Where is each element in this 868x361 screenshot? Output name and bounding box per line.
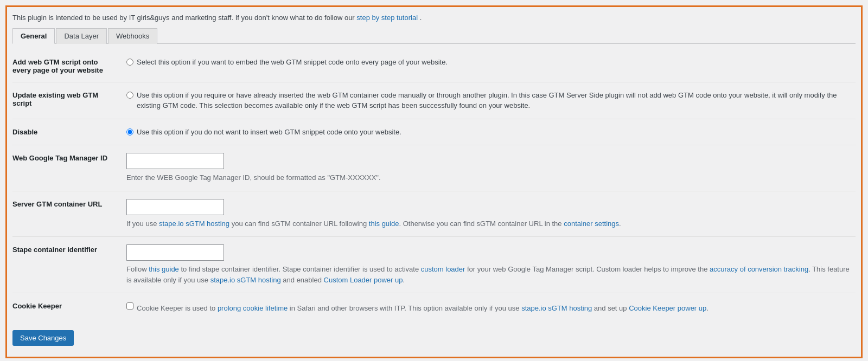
tab-bar: General Data Layer Webhooks [12,28,856,44]
stape-hosting-link-1[interactable]: stape.io sGTM hosting [159,220,229,228]
label-server-gtm-url: Server GTM container URL [12,199,126,208]
input-web-gtm-id[interactable] [126,153,224,169]
label-web-gtm-id: Web Google Tag Manager ID [12,153,126,162]
helper-cookie-keeper: Cookie Keeper is used to prolong cookie … [137,303,709,314]
setting-stape-container: Stape container identifier Follow this g… [12,237,856,293]
stape-hosting-link-3[interactable]: stape.io sGTM hosting [521,304,592,312]
prolong-cookie-link[interactable]: prolong cookie lifetime [218,304,288,312]
setting-server-gtm-url: Server GTM container URL If you use stap… [12,191,856,237]
setting-cookie-keeper: Cookie Keeper Cookie Keeper is used to p… [12,293,856,321]
radio-disable[interactable] [126,128,133,136]
radio-update-existing[interactable] [126,92,133,99]
content-server-gtm-url: If you use stape.io sGTM hosting you can… [126,199,856,229]
radio-disable-label: Use this option if you do not want to in… [137,127,401,138]
container-settings-link[interactable]: container settings [564,220,619,228]
content-update-existing: Use this option if you require or have a… [126,90,856,111]
checkbox-cookie-keeper[interactable] [126,302,133,310]
content-web-gtm-id: Enter the WEB Google Tag Manager ID, sho… [126,153,856,183]
setting-disable: Disable Use this option if you do not wa… [12,119,856,146]
setting-add-web-gtm: Add web GTM script onto every page of yo… [12,49,856,82]
setting-web-gtm-id: Web Google Tag Manager ID Enter the WEB … [12,145,856,191]
radio-add-web-gtm-label: Select this option if you want to embed … [137,57,448,68]
label-add-web-gtm: Add web GTM script onto every page of yo… [12,57,126,74]
label-disable: Disable [12,127,126,136]
label-cookie-keeper: Cookie Keeper [12,301,126,310]
this-guide-link-1[interactable]: this guide [369,220,399,228]
radio-update-existing-row: Use this option if you require or have a… [126,90,856,111]
stape-hosting-link-2[interactable]: stape.io sGTM hosting [210,276,281,284]
content-stape-container: Follow this guide to find stape containe… [126,244,856,285]
input-server-gtm-url[interactable] [126,199,224,215]
save-changes-button[interactable]: Save Changes [12,330,74,346]
content-disable: Use this option if you do not want to in… [126,127,856,138]
tab-webhooks[interactable]: Webhooks [108,28,157,44]
custom-loader-link[interactable]: custom loader [421,265,465,273]
tab-data-layer[interactable]: Data Layer [56,28,107,44]
tab-general[interactable]: General [12,28,55,44]
content-cookie-keeper: Cookie Keeper is used to prolong cookie … [126,301,856,314]
checkbox-cookie-keeper-row: Cookie Keeper is used to prolong cookie … [126,301,856,314]
notice-text: This plugin is intended to be used by IT… [12,14,356,22]
tutorial-link[interactable]: step by step tutorial [356,14,418,22]
radio-update-existing-label: Use this option if you require or have a… [137,90,856,111]
label-update-existing: Update existing web GTM script [12,90,126,107]
radio-add-web-gtm-row: Select this option if you want to embed … [126,57,856,68]
radio-disable-row: Use this option if you do not want to in… [126,127,856,138]
notice-bar: This plugin is intended to be used by IT… [12,12,856,23]
custom-loader-power-link[interactable]: Custom Loader power up [324,276,403,284]
helper-web-gtm-id: Enter the WEB Google Tag Manager ID, sho… [126,172,856,183]
settings-area: Add web GTM script onto every page of yo… [12,44,856,351]
helper-stape-container: Follow this guide to find stape containe… [126,264,856,285]
setting-update-existing: Update existing web GTM script Use this … [12,82,856,119]
cookie-keeper-power-link[interactable]: Cookie Keeper power up [629,304,706,312]
plugin-container: This plugin is intended to be used by IT… [5,5,863,358]
accuracy-link[interactable]: accuracy of conversion tracking [710,265,808,273]
label-stape-container: Stape container identifier [12,244,126,254]
this-guide-link-2[interactable]: this guide [149,265,179,273]
helper-server-gtm-url: If you use stape.io sGTM hosting you can… [126,218,856,229]
notice-suffix: . [418,14,422,22]
radio-add-web-gtm[interactable] [126,59,133,66]
content-add-web-gtm: Select this option if you want to embed … [126,57,856,68]
input-stape-container[interactable] [126,244,224,261]
